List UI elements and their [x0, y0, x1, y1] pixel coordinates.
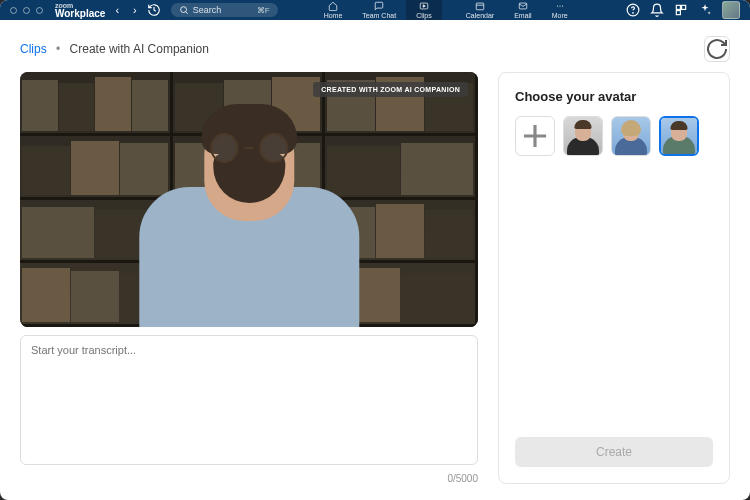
- email-icon: [518, 1, 528, 11]
- tab-email[interactable]: Email: [504, 0, 542, 20]
- svg-point-7: [557, 5, 558, 6]
- search-box[interactable]: ⌘F: [171, 3, 278, 17]
- calendar-icon: [475, 1, 485, 11]
- svg-rect-14: [676, 11, 680, 15]
- avatar-option-3[interactable]: [659, 116, 699, 156]
- svg-line-1: [186, 12, 188, 14]
- search-icon: [179, 5, 189, 15]
- preview-badge: CREATED WITH ZOOM AI COMPANION: [313, 82, 468, 97]
- create-button[interactable]: Create: [515, 437, 713, 467]
- nav-tabs: Home Team Chat Clips Calendar Email More: [314, 0, 578, 20]
- clips-icon: [419, 1, 429, 11]
- apps-icon[interactable]: [674, 3, 688, 17]
- svg-point-11: [633, 13, 634, 14]
- bell-icon[interactable]: [650, 3, 664, 17]
- more-icon: [555, 1, 565, 11]
- char-counter: 0/5000: [20, 473, 478, 484]
- tab-clips[interactable]: Clips: [406, 0, 442, 20]
- nav-back[interactable]: ‹: [111, 4, 123, 16]
- svg-rect-4: [476, 3, 484, 10]
- video-preview: CREATED WITH ZOOM AI COMPANION: [20, 72, 478, 327]
- transcript-box: [20, 335, 478, 465]
- tab-team-chat[interactable]: Team Chat: [352, 0, 406, 20]
- breadcrumb-current: Create with AI Companion: [70, 42, 209, 56]
- right-panel: Choose your avatar Create: [498, 72, 730, 484]
- tab-more[interactable]: More: [542, 0, 578, 20]
- main-row: CREATED WITH ZOOM AI COMPANION 0/5000 Ch…: [20, 72, 730, 484]
- user-avatar[interactable]: [722, 1, 740, 19]
- header-right-icons: [626, 1, 740, 19]
- traffic-maximize[interactable]: [36, 7, 43, 14]
- refresh-button[interactable]: [704, 36, 730, 62]
- plus-icon: [516, 117, 554, 155]
- avatar-list: [515, 116, 713, 156]
- brand-logo: zoom Workplace: [55, 2, 105, 19]
- svg-point-9: [562, 5, 563, 6]
- transcript-input[interactable]: [21, 336, 477, 464]
- avatar-person: [93, 92, 404, 327]
- refresh-icon: [705, 37, 729, 61]
- svg-point-0: [180, 7, 186, 13]
- svg-rect-13: [682, 5, 686, 9]
- add-avatar-button[interactable]: [515, 116, 555, 156]
- history-icon[interactable]: [147, 3, 161, 17]
- content-area: Clips • Create with AI Companion: [0, 20, 750, 500]
- breadcrumb-row: Clips • Create with AI Companion: [20, 36, 730, 62]
- search-shortcut: ⌘F: [257, 6, 270, 15]
- top-bar: zoom Workplace ‹ › ⌘F Home Team Chat Cli…: [0, 0, 750, 20]
- choose-avatar-title: Choose your avatar: [515, 89, 713, 104]
- svg-point-8: [559, 5, 560, 6]
- home-icon: [328, 1, 338, 11]
- search-input[interactable]: [193, 5, 253, 15]
- ai-sparkle-icon[interactable]: [698, 3, 712, 17]
- tab-home[interactable]: Home: [314, 0, 353, 20]
- nav-forward[interactable]: ›: [129, 4, 141, 16]
- traffic-close[interactable]: [10, 7, 17, 14]
- breadcrumb-root[interactable]: Clips: [20, 42, 47, 56]
- svg-marker-3: [423, 5, 425, 8]
- help-icon[interactable]: [626, 3, 640, 17]
- chat-icon: [374, 1, 384, 11]
- left-column: CREATED WITH ZOOM AI COMPANION 0/5000: [20, 72, 478, 484]
- avatar-option-1[interactable]: [563, 116, 603, 156]
- breadcrumb: Clips • Create with AI Companion: [20, 42, 209, 56]
- svg-rect-12: [676, 5, 680, 9]
- traffic-minimize[interactable]: [23, 7, 30, 14]
- tab-calendar[interactable]: Calendar: [456, 0, 504, 20]
- avatar-option-2[interactable]: [611, 116, 651, 156]
- app-window: zoom Workplace ‹ › ⌘F Home Team Chat Cli…: [0, 0, 750, 500]
